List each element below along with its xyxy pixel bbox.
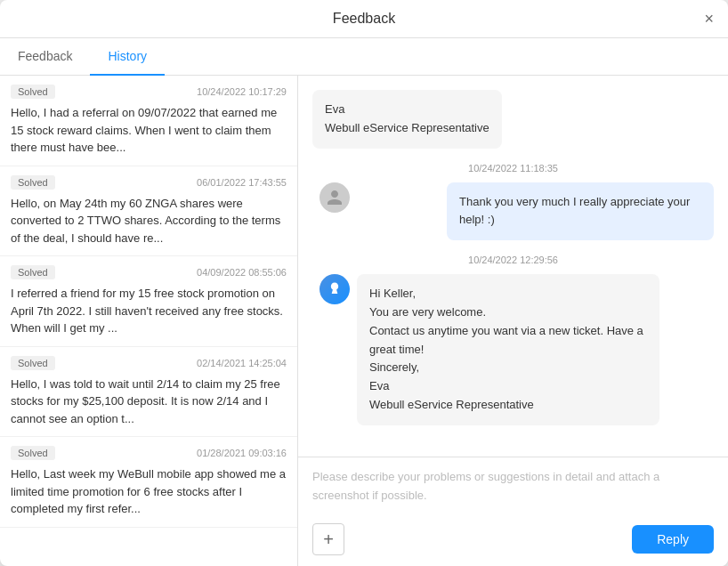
list-item[interactable]: Solved 10/24/2022 10:17:29 Hello, I had …: [0, 76, 297, 166]
ticket-meta: Solved 01/28/2021 09:03:16: [11, 446, 287, 460]
ticket-date: 10/24/2022 10:17:29: [197, 86, 287, 97]
ticket-date: 04/09/2022 08:55:06: [197, 267, 287, 278]
status-badge: Solved: [11, 265, 55, 279]
status-badge: Solved: [11, 356, 55, 370]
message-text: Thank you very much I really appreciate …: [459, 195, 690, 227]
webull-avatar: [320, 274, 350, 304]
feedback-modal: Feedback × Feedback History Solved 10/24…: [0, 0, 728, 566]
message-timestamp: 10/24/2022 11:18:35: [312, 163, 714, 174]
tabs-bar: Feedback History: [0, 38, 728, 76]
list-item[interactable]: Solved 02/14/2021 14:25:04 Hello, I was …: [0, 347, 297, 438]
modal-title: Feedback: [333, 11, 395, 27]
message-group: EvaWebull eService Representative: [312, 90, 714, 149]
ticket-date: 01/28/2021 09:03:16: [197, 448, 287, 458]
input-area: Please describe your problems or suggest…: [298, 457, 728, 566]
message-row-agent: EvaWebull eService Representative: [312, 90, 714, 149]
message-row-agent: Hi Keller, You are very welcome. Contact…: [312, 274, 714, 425]
list-item[interactable]: Solved 06/01/2022 17:43:55 Hello, on May…: [0, 166, 297, 257]
message-text: EvaWebull eService Representative: [325, 102, 489, 134]
tab-history[interactable]: History: [90, 38, 165, 76]
input-actions: + Reply: [312, 523, 714, 555]
modal-header: Feedback ×: [0, 0, 728, 38]
chat-panel: EvaWebull eService Representative 10/24/…: [298, 76, 728, 566]
ticket-text: Hello, I had a referral on 09/07/2022 th…: [11, 104, 287, 157]
ticket-text: Hello, Last week my WeBull mobile app sh…: [11, 465, 287, 518]
avatar: [320, 182, 350, 213]
message-bubble-user: Thank you very much I really appreciate …: [447, 182, 714, 241]
ticket-list: Solved 10/24/2022 10:17:29 Hello, I had …: [0, 76, 298, 566]
list-item[interactable]: Solved 01/28/2021 09:03:16 Hello, Last w…: [0, 437, 297, 528]
message-bubble-agent: Hi Keller, You are very welcome. Contact…: [357, 274, 659, 425]
ticket-text: I referred a friend for my 15 free stock…: [11, 285, 287, 337]
messages-area: EvaWebull eService Representative 10/24/…: [298, 76, 728, 457]
status-badge: Solved: [11, 85, 55, 99]
user-icon: [326, 189, 344, 206]
close-button[interactable]: ×: [704, 11, 714, 27]
ticket-date: 06/01/2022 17:43:55: [197, 177, 287, 188]
ticket-text: Hello, on May 24th my 60 ZNGA shares wer…: [11, 195, 287, 247]
status-badge: Solved: [11, 446, 55, 460]
ticket-meta: Solved 10/24/2022 10:17:29: [11, 85, 287, 99]
message-group: 10/24/2022 11:18:35 Thank you very much …: [312, 163, 714, 241]
message-text: Hi Keller, You are very welcome. Contact…: [369, 287, 643, 411]
tab-feedback[interactable]: Feedback: [0, 38, 90, 76]
ticket-date: 02/14/2021 14:25:04: [197, 358, 287, 368]
message-group: 10/24/2022 12:29:56 Hi Keller, You are v…: [312, 255, 714, 425]
content-area: Solved 10/24/2022 10:17:29 Hello, I had …: [0, 76, 728, 566]
message-row-user: Thank you very much I really appreciate …: [312, 182, 714, 241]
ticket-meta: Solved 06/01/2022 17:43:55: [11, 175, 287, 190]
ticket-meta: Solved 02/14/2021 14:25:04: [11, 356, 287, 370]
webull-logo-icon: [326, 280, 344, 298]
message-input-placeholder[interactable]: Please describe your problems or suggest…: [312, 468, 714, 513]
ticket-meta: Solved 04/09/2022 08:55:06: [11, 265, 287, 279]
list-item[interactable]: Solved 04/09/2022 08:55:06 I referred a …: [0, 256, 297, 347]
status-badge: Solved: [11, 175, 55, 190]
reply-button[interactable]: Reply: [632, 525, 714, 554]
ticket-text: Hello, I was told to wait until 2/14 to …: [11, 376, 287, 428]
attach-button[interactable]: +: [312, 523, 344, 555]
message-bubble-agent: EvaWebull eService Representative: [312, 90, 502, 149]
message-timestamp: 10/24/2022 12:29:56: [312, 255, 714, 265]
